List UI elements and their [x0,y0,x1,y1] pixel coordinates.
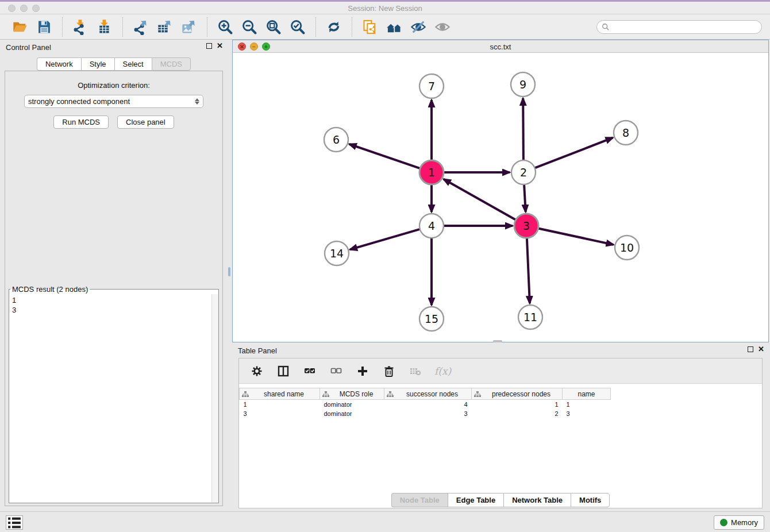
edge-2-8[interactable] [535,138,613,168]
table-row[interactable]: 1dominator411 [240,400,611,409]
export-table-button[interactable] [153,17,177,37]
table-cell[interactable]: 1 [563,400,611,409]
zoom-fit-button[interactable] [261,17,286,37]
delete-row-icon [383,365,395,377]
node-8[interactable]: 8 [614,121,638,145]
gear-button[interactable] [249,364,264,379]
column-header-shared-name[interactable]: shared name [240,388,320,400]
unselect-all-icon [330,365,342,377]
tab-select[interactable]: Select [114,57,152,71]
add-row-button[interactable] [355,364,370,379]
column-header-name[interactable]: name [563,388,611,400]
control-panel: Control Panel ✕ NetworkStyleSelectMCDS O… [0,40,228,513]
edge-3-10[interactable] [538,229,614,245]
import-table-button[interactable] [93,17,117,37]
export-image-button[interactable] [177,17,201,37]
first-neighbors-button[interactable] [382,17,406,37]
float-table-panel-icon[interactable] [748,346,753,352]
network-window-title: scc.txt [233,43,768,51]
column-header-successor-nodes[interactable]: successor nodes [384,388,472,400]
vertical-splitter-handle[interactable] [228,267,230,276]
table-cell[interactable]: 3 [240,409,320,418]
edge-1-6[interactable] [349,144,420,168]
columns-button[interactable] [276,364,291,379]
export-network-button[interactable] [129,17,153,37]
zoom-out-button[interactable] [237,17,261,37]
table-cell[interactable]: dominator [320,409,384,418]
node-10[interactable]: 10 [615,236,639,260]
node-2[interactable]: 2 [511,160,536,184]
edge-3-11[interactable] [527,238,530,303]
node-3[interactable]: 3 [514,214,538,238]
memory-button[interactable]: Memory [714,515,764,530]
save-session-button[interactable] [32,17,56,37]
zoom-selected-button[interactable] [286,17,310,37]
table-cell[interactable]: 1 [472,400,563,409]
edge-3-1[interactable] [444,179,516,220]
delete-row-button[interactable] [382,364,396,379]
delete-table-button[interactable] [408,364,423,379]
table-row[interactable]: 3dominator323 [240,409,611,418]
node-label: 3 [523,219,530,232]
tab-style[interactable]: Style [81,57,114,71]
result-scrollbar[interactable] [211,294,218,502]
network-window-titlebar[interactable]: ✕ − + scc.txt [233,40,768,53]
unselect-all-button[interactable] [329,364,344,379]
close-table-panel-icon[interactable]: ✕ [758,346,764,352]
column-header-MCDS-role[interactable]: MCDS role [320,388,384,400]
edge-4-14[interactable] [350,229,420,249]
node-15[interactable]: 15 [419,307,444,331]
tab-motifs[interactable]: Motifs [571,493,610,507]
node-7[interactable]: 7 [419,74,444,98]
node-4[interactable]: 4 [419,214,444,238]
float-panel-icon[interactable] [206,43,212,49]
table-cell[interactable]: 4 [384,400,472,409]
node-6[interactable]: 6 [324,128,348,152]
node-9[interactable]: 9 [511,72,535,97]
search-box[interactable] [596,20,762,34]
toolbar-group [3,17,61,37]
node-label: 2 [520,166,527,179]
horizontal-splitter-handle[interactable] [493,340,502,342]
task-history-button[interactable] [6,515,23,530]
show-graphics-details-button[interactable] [430,17,455,37]
hide-graphics-details-button[interactable] [406,17,430,37]
close-panel-icon[interactable]: ✕ [217,43,223,49]
run-mcds-button[interactable]: Run MCDS [53,115,109,129]
node-label: 11 [523,311,537,323]
function-builder-button[interactable]: f(x) [434,364,451,379]
mcds-result-item[interactable]: 3 [12,305,209,315]
column-header-predecessor-nodes[interactable]: predecessor nodes [472,388,563,400]
tab-network[interactable]: Network [37,57,81,71]
search-input[interactable] [613,23,757,31]
tab-edge-table[interactable]: Edge Table [448,493,503,507]
table-toolbar: f(x) [239,358,762,384]
node-1[interactable]: 1 [419,160,444,184]
table-cell[interactable]: dominator [320,400,384,409]
close-panel-button[interactable]: Close panel [117,115,174,129]
select-all-button[interactable] [302,364,317,379]
main-toolbar [0,14,770,40]
node-table-container: f(x) shared nameMCDS rolesuccessor nodes… [238,358,763,508]
network-canvas[interactable]: 7968124314101511 [233,53,768,342]
open-session-button[interactable] [8,17,32,37]
duplicate-network-button[interactable] [358,17,382,37]
table-cell[interactable]: 1 [240,400,320,409]
mcds-result-item[interactable]: 1 [12,295,209,305]
zoom-in-button[interactable] [213,17,237,37]
edge-2-3[interactable] [524,184,526,212]
table-cell[interactable]: 2 [472,409,563,418]
node-14[interactable]: 14 [325,241,349,265]
tab-node-table[interactable]: Node Table [391,493,448,507]
table-cell[interactable]: 3 [563,409,611,418]
toolbar-group [124,17,206,37]
edge-2-9[interactable] [523,98,523,160]
table-cell[interactable]: 3 [384,409,472,418]
node-11[interactable]: 11 [518,305,542,329]
optimization-criterion-select[interactable]: strongly connected component [24,95,203,108]
tab-mcds[interactable]: MCDS [152,57,191,71]
refresh-layout-button[interactable] [322,17,346,37]
import-network-button[interactable] [68,17,93,37]
mcds-result-list[interactable]: 13 [10,294,211,502]
tab-network-table[interactable]: Network Table [503,493,571,507]
